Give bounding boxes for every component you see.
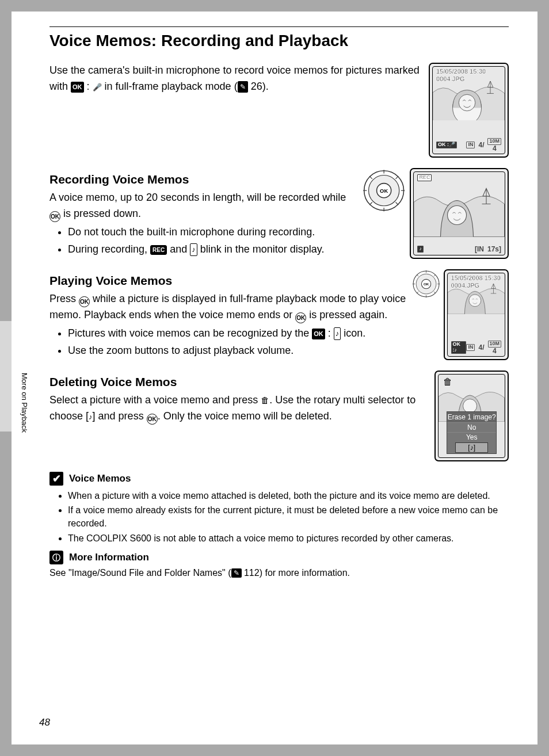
page-ref-icon: ✎	[231, 568, 242, 578]
mic-icon	[93, 79, 102, 95]
section-label: More on Playback	[20, 373, 29, 433]
rec-icon: REC	[150, 245, 167, 255]
note-1: When a picture with a voice memo attache…	[68, 489, 509, 502]
note-3: The COOLPIX S600 is not able to attach a…	[68, 532, 509, 545]
erase-memo: [♪]	[455, 442, 488, 453]
svg-point-15	[448, 206, 467, 225]
moreinfo-heading: More Information	[69, 552, 149, 563]
erase-title: Erase 1 image?	[447, 412, 496, 422]
erase-dialog: Erase 1 image? No Yes [♪]	[447, 411, 497, 454]
lcd-total: 4	[493, 348, 497, 354]
in-badge: IN	[466, 142, 475, 148]
intro-text: Use the camera's built-in microphone to …	[49, 63, 429, 95]
ok-play-badge: OK :♪	[451, 341, 467, 354]
ok-icon: OK	[147, 414, 158, 425]
svg-point-1	[459, 94, 475, 111]
lcd-date: 15/05/2008 15:30	[436, 68, 486, 75]
lcd-total: 4	[493, 145, 497, 152]
in-badge: IN	[466, 344, 475, 351]
lcd-illustration	[414, 172, 505, 237]
svg-point-29	[463, 399, 477, 413]
trash-icon: 🗑	[443, 377, 452, 387]
note-icon	[89, 408, 93, 425]
recording-heading: Recording Voice Memos	[49, 173, 356, 186]
lcd-recording: REC ♪ [IN 17s]	[410, 168, 509, 259]
lcd-erase: 🗑 Erase 1 image? No Yes [♪]	[434, 371, 509, 461]
trash-icon	[261, 392, 269, 408]
page-title: Voice Memos: Recording and Playback	[49, 32, 509, 50]
time-label: 17s]	[487, 245, 501, 253]
recording-note-2: During recording, REC and blink in the m…	[68, 242, 356, 258]
recording-section: Recording Voice Memos A voice memo, up t…	[49, 168, 361, 259]
erase-no: No	[447, 422, 496, 432]
lcd-playback-2: 15/05/2008 15:30 0004.JPG OK :♪ IN 4/ 10…	[444, 269, 509, 360]
ok-badge: OK :🎤	[436, 142, 457, 148]
page-number: 48	[39, 717, 50, 728]
manual-page: More on Playback 48 Voice Memos: Recordi…	[12, 12, 537, 744]
memo-badge: ♪	[417, 246, 424, 253]
svg-text:OK: OK	[424, 282, 429, 286]
lcd-count: 4/	[478, 141, 484, 149]
deleting-section: Deleting Voice Memos Select a picture wi…	[49, 371, 434, 425]
notes-heading: Voice Memos	[69, 473, 131, 484]
recording-note-1: Do not touch the built-in microphone dur…	[68, 224, 356, 240]
ok-dial: OK	[361, 168, 406, 215]
memo-icon	[334, 327, 341, 340]
ok-icon: OK	[79, 296, 90, 307]
svg-point-28	[469, 295, 481, 307]
playing-note-1: Pictures with voice memos can be recogni…	[68, 326, 406, 342]
memo-icon	[190, 243, 197, 256]
ok-icon: OK	[49, 211, 60, 222]
playing-note-2: Use the zoom buttons to adjust playback …	[68, 343, 406, 359]
ok-icon: OK	[295, 312, 306, 323]
lcd-count: 4/	[478, 343, 484, 352]
svg-text:OK: OK	[380, 188, 388, 194]
notes-section: ✔ Voice Memos When a picture with a voic…	[49, 472, 509, 545]
lcd-file: 0004.JPG	[451, 282, 501, 289]
ok-dial: OK	[411, 269, 441, 301]
check-icon: ✔	[49, 472, 63, 486]
lcd-date: 15/05/2008 15:30	[451, 274, 501, 282]
rec-indicator: REC	[417, 174, 432, 181]
ok-icon: OK	[71, 82, 84, 93]
deleting-heading: Deleting Voice Memos	[49, 375, 429, 389]
note-2: If a voice memo already exists for the c…	[68, 503, 509, 530]
page-ref-icon: ✎	[238, 81, 248, 93]
ok-icon: OK	[312, 329, 325, 339]
in-label: [IN	[475, 245, 484, 253]
rule	[49, 26, 509, 27]
erase-yes: Yes	[447, 432, 496, 442]
lcd-file: 0004.JPG	[436, 75, 486, 83]
info-icon: ⓘ	[49, 551, 63, 564]
moreinfo-section: ⓘ More Information See "Image/Sound File…	[49, 551, 509, 578]
playing-section: Playing Voice Memos Press OK while a pic…	[49, 269, 411, 360]
playing-heading: Playing Voice Memos	[49, 274, 406, 288]
lcd-playback-1: 15/05/2008 15:30 0004.JPG OK :🎤 IN 4/ 10…	[429, 63, 509, 158]
